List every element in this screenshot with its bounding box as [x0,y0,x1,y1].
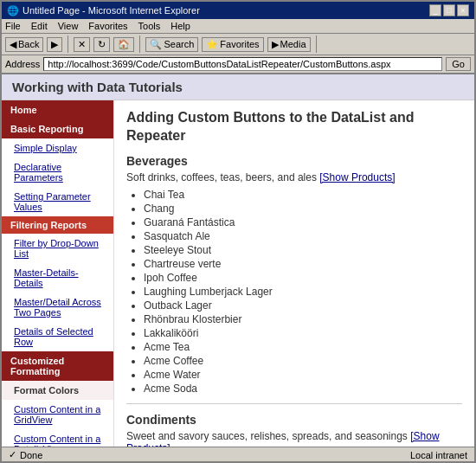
main-title: Adding Custom Buttons to the DataList an… [126,109,462,145]
status-text: Done [20,450,42,460]
menu-edit[interactable]: Edit [31,21,48,31]
status-left: ✓ Done [9,449,42,460]
forward-icon: ▶ [51,39,58,50]
sidebar-item-master-details[interactable]: Master-Details-Details [2,263,113,293]
browser-window: 🌐 Untitled Page - Microsoft Internet Exp… [0,0,476,463]
list-item: Sasquatch Ale [144,230,462,242]
sidebar-item-custom-content-detailsview[interactable]: Custom Content in a DetailsView [2,429,113,447]
title-bar: 🌐 Untitled Page - Microsoft Internet Exp… [2,2,474,19]
home-button[interactable]: 🏠 [113,37,134,52]
address-bar: Address Go [2,55,474,74]
close-button[interactable]: × [457,4,469,16]
go-button[interactable]: Go [446,57,471,71]
section-divider-line [126,403,462,404]
sidebar-item-home[interactable]: Home [2,100,113,119]
sidebar-item-customized-formatting[interactable]: Customized Formatting [2,351,113,381]
list-item: Chai Tea [144,189,462,201]
list-item: Rhönbrau Klosterbier [144,313,462,325]
media-icon: ▶ [272,39,279,50]
sidebar-item-declarative-parameters[interactable]: Declarative Parameters [2,158,113,187]
page-header-title: Working with Data Tutorials [12,80,183,94]
page-content: Working with Data Tutorials Home Basic R… [2,74,474,447]
list-item: Laughing Lumberjack Lager [144,286,462,298]
address-label: Address [5,59,40,69]
page-header: Working with Data Tutorials [2,74,474,100]
zone-text: Local intranet [410,450,467,460]
title-bar-left: 🌐 Untitled Page - Microsoft Internet Exp… [7,5,200,16]
list-item: Ipoh Coffee [144,272,462,284]
condiments-description: Sweet and savory sauces, relishes, sprea… [126,430,462,447]
sidebar: Home Basic Reporting Simple Display Decl… [2,100,114,447]
maximize-button[interactable]: □ [443,4,455,16]
search-button[interactable]: 🔍 Search [145,37,198,52]
sidebar-item-filtering-reports[interactable]: Filtering Reports [2,216,113,234]
menu-help[interactable]: Help [170,21,190,31]
window-title: Untitled Page - Microsoft Internet Explo… [23,5,200,16]
beverages-product-list: Chai Tea Chang Guaraná Fantástica Sasqua… [144,189,462,395]
back-icon: ◀ [10,39,16,50]
beverages-show-products-link[interactable]: [Show Products] [319,171,395,183]
sidebar-item-details-selected-row[interactable]: Details of Selected Row [2,322,113,351]
menu-bar: File Edit View Favorites Tools Help [2,19,474,34]
list-item: Lakkalikööri [144,327,462,339]
content-area: Home Basic Reporting Simple Display Decl… [2,100,474,447]
list-item: Chang [144,203,462,215]
list-item: Chartreuse verte [144,258,462,270]
list-item: Acme Tea [144,341,462,353]
sidebar-item-simple-display[interactable]: Simple Display [2,138,113,158]
browser-icon: 🌐 [7,5,19,16]
status-icon: ✓ [9,449,16,460]
back-button[interactable]: ◀ Back [5,37,43,52]
toolbar: ◀ Back ▶ ✕ ↻ 🏠 🔍 Search ⭐ Favorites ▶ Me… [2,34,474,55]
title-bar-buttons: _ □ × [429,4,469,16]
home-icon: 🏠 [118,39,130,50]
list-item: Guaraná Fantástica [144,216,462,228]
address-input[interactable] [43,57,442,71]
list-item: Acme Water [144,369,462,381]
main-content: Adding Custom Buttons to the DataList an… [114,100,474,447]
menu-view[interactable]: View [58,21,79,31]
list-item: Acme Coffee [144,355,462,367]
menu-favorites[interactable]: Favorites [88,21,127,31]
condiments-section-title: Condiments [126,413,462,427]
separator-3 [316,35,317,53]
sidebar-item-format-colors[interactable]: Format Colors [2,381,113,400]
stop-button[interactable]: ✕ [74,37,90,52]
sidebar-item-basic-reporting[interactable]: Basic Reporting [2,119,113,138]
refresh-icon: ↻ [98,39,106,50]
refresh-button[interactable]: ↻ [93,37,110,52]
list-item: Acme Soda [144,383,462,395]
separator-1 [68,35,68,53]
list-item: Outback Lager [144,299,462,312]
separator-2 [139,35,140,53]
search-icon: 🔍 [150,39,162,50]
list-item: Steeleye Stout [144,244,462,256]
sidebar-item-master-detail-two-pages[interactable]: Master/Detail Across Two Pages [2,293,113,322]
beverages-description: Soft drinks, coffees, teas, beers, and a… [126,171,462,183]
sidebar-item-setting-parameter-values[interactable]: Setting Parameter Values [2,187,113,216]
media-button[interactable]: ▶ Media [267,37,311,52]
sidebar-item-custom-content-gridview[interactable]: Custom Content in a GridView [2,400,113,429]
star-icon: ⭐ [206,39,218,50]
sidebar-item-filter-dropdown[interactable]: Filter by Drop-Down List [2,234,113,263]
beverages-section-title: Beverages [126,154,462,168]
minimize-button[interactable]: _ [429,4,441,16]
stop-icon: ✕ [78,39,86,50]
status-bar: ✓ Done Local intranet [2,447,474,462]
menu-file[interactable]: File [5,21,21,31]
forward-button[interactable]: ▶ [47,37,62,52]
favorites-button[interactable]: ⭐ Favorites [202,37,263,52]
menu-tools[interactable]: Tools [138,21,161,31]
